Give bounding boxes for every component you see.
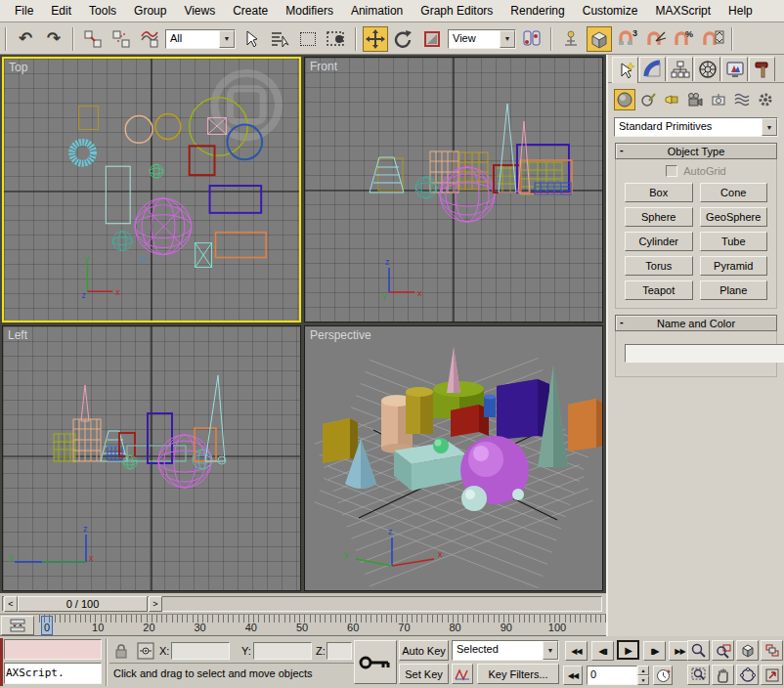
menu-item[interactable]: Customize	[574, 1, 647, 21]
rectangular-selection-region-button[interactable]	[295, 26, 321, 52]
mini-curve-editor-button[interactable]	[1, 616, 34, 635]
maxscript-listener-pane[interactable]: AXScript.	[4, 663, 102, 684]
tab-modify[interactable]	[639, 57, 666, 81]
object-type-button[interactable]: Teapot	[625, 280, 693, 300]
z-coordinate-field[interactable]	[327, 642, 352, 660]
time-next-button[interactable]: >	[149, 596, 162, 612]
menu-item[interactable]: Rendering	[501, 1, 573, 21]
name-color-rollout-header[interactable]: - Name and Color	[615, 315, 777, 331]
menu-item[interactable]: Animation	[342, 1, 412, 21]
object-type-button[interactable]: Pyramid	[700, 256, 768, 276]
select-object-button[interactable]	[239, 26, 264, 52]
menu-item[interactable]: Graph Editors	[412, 1, 501, 21]
object-type-button[interactable]: Cone	[700, 183, 768, 202]
subcat-geometry[interactable]	[614, 89, 635, 110]
viewport-perspective-scene[interactable]: z y x	[305, 326, 602, 590]
previous-frame-button[interactable]: ◀▮	[591, 641, 614, 661]
set-keys-button[interactable]	[354, 640, 397, 684]
select-and-move-button[interactable]	[363, 26, 388, 52]
subcat-shapes[interactable]	[637, 89, 659, 110]
selection-filter-dropdown[interactable]: All ▼	[165, 29, 236, 49]
key-mode-toggle-button[interactable]: ◀◀	[563, 666, 583, 685]
object-type-button[interactable]: GeoSphere	[700, 207, 768, 227]
snaps-toggle-button[interactable]	[587, 26, 612, 52]
primitive-category-dropdown[interactable]: Standard Primitives ▼	[614, 117, 778, 137]
viewport-top-scene[interactable]: y zx	[4, 59, 299, 321]
viewport-top[interactable]: Top	[2, 57, 301, 322]
select-and-manipulate-button[interactable]	[558, 26, 584, 52]
x-coordinate-field[interactable]	[171, 642, 230, 660]
menu-item[interactable]: Views	[175, 1, 224, 21]
snap-toggle-3d-button[interactable]: 3	[615, 26, 640, 52]
use-pivot-point-button[interactable]	[519, 26, 544, 52]
select-and-rotate-button[interactable]	[391, 26, 416, 52]
spinner-up-icon[interactable]: ▲	[637, 666, 649, 675]
undo-button[interactable]: ↶	[13, 26, 38, 52]
zoom-region-button[interactable]	[687, 665, 710, 685]
arc-rotate-button[interactable]	[736, 665, 759, 685]
object-type-rollout-header[interactable]: - Object Type	[615, 143, 777, 159]
menu-item[interactable]: Tools	[80, 1, 125, 21]
menu-item[interactable]: Help	[719, 1, 762, 21]
viewport-left-label[interactable]: Left	[8, 328, 27, 342]
redo-button[interactable]: ↷	[41, 26, 66, 52]
viewport-front-label[interactable]: Front	[310, 60, 337, 73]
spinner-snap-toggle-button[interactable]	[700, 26, 725, 52]
menu-item[interactable]: Modifiers	[277, 1, 342, 21]
y-coordinate-field[interactable]	[253, 642, 312, 660]
zoom-all-button[interactable]	[712, 640, 734, 661]
next-frame-button[interactable]: ▮▶	[643, 641, 666, 661]
pan-button[interactable]	[712, 665, 734, 685]
dropdown-arrow-icon[interactable]: ▼	[219, 30, 235, 48]
reference-coordinate-dropdown[interactable]: View ▼	[448, 29, 516, 49]
key-filters-button[interactable]: Key Filters...	[477, 664, 559, 684]
tab-utilities[interactable]	[749, 57, 775, 81]
absolute-mode-icon[interactable]	[137, 642, 154, 660]
bind-to-space-warp-button[interactable]	[137, 26, 162, 52]
viewport-left[interactable]: Left z yx	[2, 325, 301, 591]
selection-lock-icon[interactable]	[114, 643, 128, 659]
viewport-perspective-label[interactable]: Perspective	[310, 328, 371, 342]
menu-item[interactable]: Edit	[42, 1, 80, 21]
subcat-space-warps[interactable]	[731, 89, 753, 110]
object-name-field[interactable]	[625, 344, 784, 363]
menu-item[interactable]: File	[6, 1, 42, 21]
dropdown-arrow-icon[interactable]: ▼	[762, 118, 777, 136]
tab-motion[interactable]	[694, 57, 720, 81]
timeline-ruler[interactable]: 0102030405060708090100	[35, 615, 606, 636]
zoom-button[interactable]	[687, 640, 710, 661]
auto-key-button[interactable]: Auto Key	[399, 640, 449, 661]
select-and-link-button[interactable]	[80, 26, 106, 52]
time-slider-handle[interactable]: 0 / 100	[18, 596, 148, 612]
autogrid-checkbox[interactable]	[666, 165, 677, 177]
select-by-name-button[interactable]	[267, 26, 292, 52]
window-crossing-button[interactable]	[324, 26, 349, 52]
object-type-button[interactable]: Sphere	[625, 207, 693, 227]
dropdown-arrow-icon[interactable]: ▼	[543, 641, 558, 660]
subcat-helpers[interactable]	[708, 89, 729, 110]
object-type-button[interactable]: Box	[625, 183, 693, 202]
go-to-start-button[interactable]: ◀◀	[565, 641, 588, 661]
unlink-selection-button[interactable]	[109, 26, 134, 52]
maxscript-macro-pane[interactable]	[4, 639, 102, 660]
tab-display[interactable]	[721, 57, 748, 81]
menu-item[interactable]: Create	[224, 1, 277, 21]
object-type-button[interactable]: Tube	[700, 232, 768, 251]
zoom-extents-button[interactable]	[736, 640, 759, 661]
percent-snap-toggle-button[interactable]: %	[672, 26, 697, 52]
frame-spinner[interactable]: ▲ ▼	[637, 666, 649, 685]
tab-hierarchy[interactable]	[667, 57, 693, 81]
subcat-cameras[interactable]	[684, 89, 706, 110]
spinner-down-icon[interactable]: ▼	[637, 675, 649, 685]
time-configuration-button[interactable]	[653, 666, 673, 685]
menu-item[interactable]: Group	[125, 1, 175, 21]
key-mode-dropdown[interactable]: Selected ▼	[452, 640, 559, 661]
play-button[interactable]: ▶	[617, 640, 639, 660]
zoom-extents-all-button[interactable]	[761, 640, 783, 661]
tab-create[interactable]	[612, 57, 638, 83]
min-max-toggle-button[interactable]	[761, 665, 783, 685]
menu-item[interactable]: MAXScript	[646, 1, 719, 21]
select-and-scale-button[interactable]	[419, 26, 445, 52]
default-tangent-button[interactable]	[452, 664, 473, 684]
viewport-left-scene[interactable]: z yx	[3, 326, 300, 590]
